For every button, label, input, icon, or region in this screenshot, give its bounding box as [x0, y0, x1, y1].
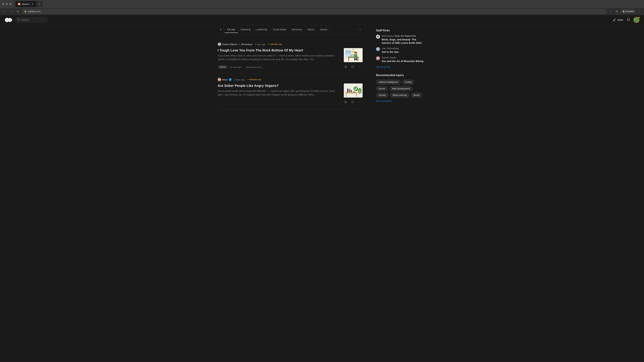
- sp-title[interactable]: Zen and the Art of Mountain Biking: [382, 59, 424, 63]
- staff-pick-avatar: JW: [376, 47, 380, 51]
- meta-separator-1: ·: [232, 78, 233, 81]
- topics-more-btn[interactable]: ›: [358, 26, 362, 33]
- topic-javascript[interactable]: JavaSc…: [317, 26, 333, 33]
- author-name[interactable]: Daniel Williams: [222, 43, 237, 45]
- see-full-list-btn[interactable]: See the full list: [376, 66, 390, 68]
- article-more-btn[interactable]: [357, 100, 362, 105]
- less-like-this-btn[interactable]: [350, 64, 356, 69]
- time-ago: 2 days ago: [255, 43, 266, 45]
- staff-pick-avatar: W: [376, 35, 380, 39]
- staff-pick-item: JW Joan Westenberg Get in the Van.: [376, 47, 426, 54]
- url-bar[interactable]: 🔒 medium.com: [22, 9, 607, 14]
- topic-pill-webdev[interactable]: Web Development: [389, 86, 412, 91]
- article-preview: How a small remark led to brutal self-re…: [218, 89, 340, 97]
- tab-bar: Medium ✕ +: [14, 1, 43, 7]
- svg-rect-24: [353, 55, 354, 55]
- svg-rect-19: [358, 58, 358, 61]
- publication-name[interactable]: Wholistique: [241, 43, 252, 45]
- tab-title: Medium: [22, 3, 30, 5]
- topic-marketing[interactable]: Marketing: [289, 26, 304, 33]
- sp-source[interactable]: Joan Westenberg: [382, 47, 399, 50]
- article-title[interactable]: I Tough Love You From The Rock Bottom Of…: [218, 48, 340, 52]
- sp-title[interactable]: Get in the Van.: [382, 50, 399, 54]
- sidebar: Staff Picks W Wikimedia in Down the Rabb…: [376, 25, 426, 109]
- meta-separator-2: ·: [246, 78, 246, 81]
- svg-line-6: [19, 20, 20, 21]
- svg-point-35: [360, 66, 361, 67]
- write-btn[interactable]: Write: [613, 18, 623, 22]
- topic-leadership[interactable]: Leadership: [253, 26, 270, 33]
- topic-social-media[interactable]: Social Media: [270, 26, 289, 33]
- window-minimize-btn[interactable]: [6, 3, 8, 5]
- svg-rect-38: [346, 93, 347, 97]
- topic-pill-books[interactable]: Books: [411, 92, 422, 98]
- meta-separator-1: ·: [253, 43, 254, 45]
- active-tab[interactable]: Medium ✕: [16, 1, 36, 7]
- topic-pill-society[interactable]: Society: [376, 92, 388, 98]
- extensions-btn[interactable]: ⊞: [614, 9, 619, 13]
- window-maximize-btn[interactable]: [10, 3, 12, 5]
- article-more-btn[interactable]: [357, 64, 362, 69]
- member-only-badge: ✦ Member-only: [247, 78, 262, 81]
- footer-actions: [343, 64, 362, 69]
- topic-pill-deep-learning[interactable]: Deep Learning: [390, 92, 410, 98]
- svg-point-1: [19, 3, 20, 4]
- new-tab-btn[interactable]: +: [37, 2, 42, 6]
- medium-app: Search Write: [0, 15, 644, 357]
- footer-dot: ·: [243, 66, 244, 68]
- author-name[interactable]: Maria: [222, 78, 228, 81]
- tab-close-btn[interactable]: ✕: [31, 2, 34, 6]
- bookmark-btn[interactable]: ☆: [608, 9, 613, 13]
- sp-source[interactable]: Quentin Septer: [382, 56, 396, 59]
- topic-following[interactable]: Following: [238, 26, 253, 33]
- article-text: Are Sober People Like Angry Vegans? How …: [218, 83, 340, 97]
- forward-btn[interactable]: →: [9, 9, 14, 13]
- medium-logo[interactable]: [5, 17, 12, 22]
- svg-rect-48: [353, 92, 355, 93]
- window-controls: [2, 3, 12, 5]
- sp-publication[interactable]: Down the Rabbit Hole: [394, 35, 416, 37]
- menu-btn[interactable]: ⋮: [637, 9, 642, 13]
- read-time: 12 min read: [230, 66, 241, 68]
- svg-point-56: [359, 102, 359, 102]
- notification-btn[interactable]: [626, 17, 630, 22]
- topic-history[interactable]: History: [304, 26, 317, 33]
- sp-source[interactable]: Wikimedia: [382, 35, 392, 37]
- article-thumbnail[interactable]: [344, 48, 362, 62]
- article-title[interactable]: Are Sober People Like Angry Vegans?: [218, 83, 340, 88]
- svg-rect-44: [350, 89, 350, 90]
- user-avatar-wrapper[interactable]: [634, 17, 639, 23]
- svg-rect-41: [347, 89, 348, 92]
- article-thumbnail[interactable]: [344, 83, 362, 97]
- svg-rect-45: [351, 90, 352, 92]
- save-article-btn[interactable]: [343, 64, 348, 69]
- star-icon: ✦: [268, 43, 270, 45]
- window-close-btn[interactable]: [2, 3, 4, 5]
- topic-pill-humor[interactable]: Humor: [376, 86, 388, 91]
- staff-pick-avatar: QS: [376, 56, 380, 60]
- recommended-topics-section: Recommended topics Artificial Intelligen…: [376, 74, 426, 102]
- topic-pill-ai[interactable]: Artificial Intelligence: [376, 79, 401, 85]
- less-like-this-btn[interactable]: [350, 100, 356, 105]
- sp-title[interactable]: Birds, bugs, and beauty: The winners of …: [382, 38, 426, 44]
- topics-nav: + For you Following Leadership Social Me…: [218, 25, 362, 34]
- svg-rect-13: [346, 50, 348, 54]
- article-body: Are Sober People Like Angry Vegans? How …: [218, 83, 362, 97]
- back-btn[interactable]: ←: [2, 9, 8, 13]
- meta-separator-2: ·: [266, 43, 267, 45]
- refresh-btn[interactable]: ↻: [16, 9, 20, 14]
- sp-author-line: Quentin Septer: [382, 56, 424, 59]
- svg-point-5: [18, 18, 20, 20]
- article-footer: [218, 100, 362, 105]
- see-more-topics-btn[interactable]: See more topics: [376, 100, 392, 102]
- topics-add-btn[interactable]: +: [218, 26, 224, 33]
- time-ago: 2 days ago: [234, 78, 245, 81]
- save-article-btn[interactable]: [343, 100, 348, 105]
- article-body: I Tough Love You From The Rock Bottom Of…: [218, 48, 362, 62]
- search-bar[interactable]: Search: [15, 17, 48, 23]
- recommended-topics-title: Recommended topics: [376, 74, 426, 77]
- topic-pill-coding[interactable]: Coding: [402, 79, 414, 85]
- svg-point-51: [359, 91, 360, 93]
- topic-for-you[interactable]: For you: [224, 26, 238, 33]
- article-tag[interactable]: Humor: [218, 65, 228, 69]
